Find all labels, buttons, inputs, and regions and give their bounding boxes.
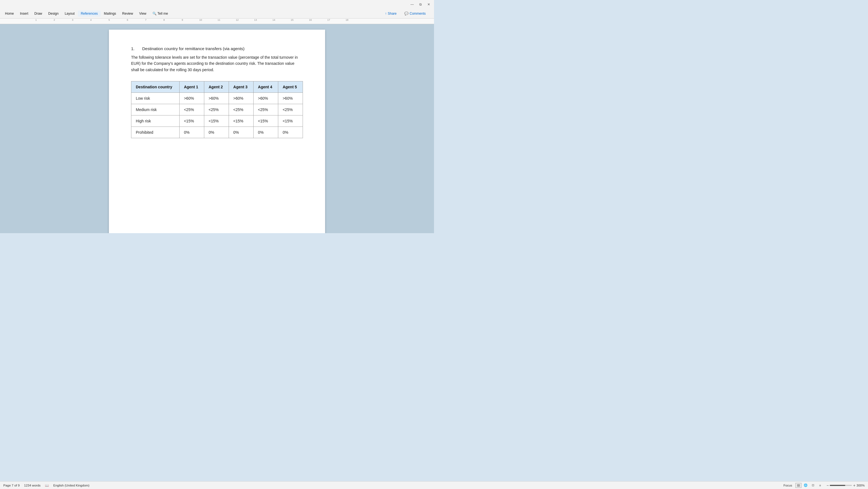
cell-value: 0%	[179, 127, 204, 138]
menu-insert[interactable]: Insert	[17, 10, 31, 17]
ruler-label: 9	[182, 19, 183, 21]
page: 1. Destination country for remittance tr…	[109, 30, 325, 233]
document-area: 1. Destination country for remittance tr…	[0, 24, 434, 233]
share-button[interactable]: ↑ Share	[382, 10, 399, 17]
body-paragraph: The following tolerance levels are set f…	[131, 54, 303, 73]
menu-bar: Home Insert Draw Design Layout Reference…	[0, 9, 434, 18]
cell-value: 0%	[253, 127, 278, 138]
ruler-label: 4	[90, 19, 91, 21]
ruler-label: 18	[346, 19, 348, 21]
ruler-label: 2	[54, 19, 55, 21]
ruler-label: 1	[35, 19, 37, 21]
title-bar: — ⧉ ✕	[0, 0, 434, 9]
table-row: Prohibited0%0%0%0%0%	[131, 127, 303, 138]
search-icon: 🔍	[152, 12, 157, 15]
ruler-label: 5	[108, 19, 110, 21]
cell-category: Low risk	[131, 93, 180, 104]
cell-value: <25%	[179, 104, 204, 116]
ruler: 1 2 3 4 5 6 7 8 9 10 11 12 13 14 15 16 1…	[0, 19, 434, 24]
table-row: High risk<15%<15%<15%<15%<15%	[131, 116, 303, 127]
cell-value: <15%	[179, 116, 204, 127]
comments-button[interactable]: 💬 Comments	[402, 10, 429, 17]
ruler-label: 3	[72, 19, 73, 21]
cell-value: >60%	[253, 93, 278, 104]
cell-value: >60%	[204, 93, 229, 104]
cell-value: >60%	[278, 93, 303, 104]
cell-category: High risk	[131, 116, 180, 127]
menu-draw[interactable]: Draw	[32, 10, 45, 17]
cell-value: >60%	[179, 93, 204, 104]
cell-value: <25%	[278, 104, 303, 116]
table-row: Medium risk<25%<25%<25%<25%<25%	[131, 104, 303, 116]
cell-value: <25%	[253, 104, 278, 116]
minimize-button[interactable]: —	[409, 1, 415, 7]
col-header-agent5: Agent 5	[278, 82, 303, 93]
ruler-label: 6	[127, 19, 128, 21]
cell-category: Prohibited	[131, 127, 180, 138]
ruler-label: 8	[163, 19, 165, 21]
ruler-label: 7	[145, 19, 146, 21]
cell-value: <25%	[204, 104, 229, 116]
ruler-label: 15	[291, 19, 293, 21]
cell-value: <15%	[253, 116, 278, 127]
menu-view[interactable]: View	[136, 10, 149, 17]
heading-text: Destination country for remittance trans…	[142, 46, 244, 51]
menu-tell-me[interactable]: 🔍 Tell me	[150, 10, 171, 17]
ruler-label: 10	[199, 19, 202, 21]
menu-layout[interactable]: Layout	[62, 10, 77, 17]
cell-value: 0%	[278, 127, 303, 138]
restore-button[interactable]: ⧉	[417, 1, 424, 7]
col-header-agent3: Agent 3	[229, 82, 253, 93]
comment-icon: 💬	[404, 12, 408, 15]
menu-review[interactable]: Review	[119, 10, 136, 17]
ruler-label: 17	[327, 19, 330, 21]
ruler-label: 16	[309, 19, 312, 21]
col-header-agent4: Agent 4	[253, 82, 278, 93]
table-header-row: Destination country Agent 1 Agent 2 Agen…	[131, 82, 303, 93]
menu-design[interactable]: Design	[45, 10, 61, 17]
ruler-label: 14	[272, 19, 275, 21]
cell-value: 0%	[229, 127, 253, 138]
ruler-label: 12	[236, 19, 239, 21]
col-header-agent2: Agent 2	[204, 82, 229, 93]
cell-value: <25%	[229, 104, 253, 116]
menu-references[interactable]: References	[78, 10, 100, 17]
menu-home[interactable]: Home	[2, 10, 17, 17]
close-button[interactable]: ✕	[426, 1, 432, 7]
section-heading: 1. Destination country for remittance tr…	[131, 46, 303, 51]
cell-value: <15%	[278, 116, 303, 127]
heading-number: 1.	[131, 46, 138, 51]
cell-value: <15%	[204, 116, 229, 127]
col-header-agent1: Agent 1	[179, 82, 204, 93]
cell-value: <15%	[229, 116, 253, 127]
table-row: Low risk>60%>60%>60%>60%>60%	[131, 93, 303, 104]
cell-value: >60%	[229, 93, 253, 104]
share-icon: ↑	[385, 12, 386, 15]
col-header-destination: Destination country	[131, 82, 180, 93]
data-table: Destination country Agent 1 Agent 2 Agen…	[131, 81, 303, 138]
cell-category: Medium risk	[131, 104, 180, 116]
ruler-label: 13	[254, 19, 257, 21]
ribbon: Home Insert Draw Design Layout Reference…	[0, 9, 434, 19]
ruler-label: 11	[218, 19, 220, 21]
menu-mailings[interactable]: Mailings	[101, 10, 119, 17]
table-body: Low risk>60%>60%>60%>60%>60%Medium risk<…	[131, 93, 303, 138]
cell-value: 0%	[204, 127, 229, 138]
